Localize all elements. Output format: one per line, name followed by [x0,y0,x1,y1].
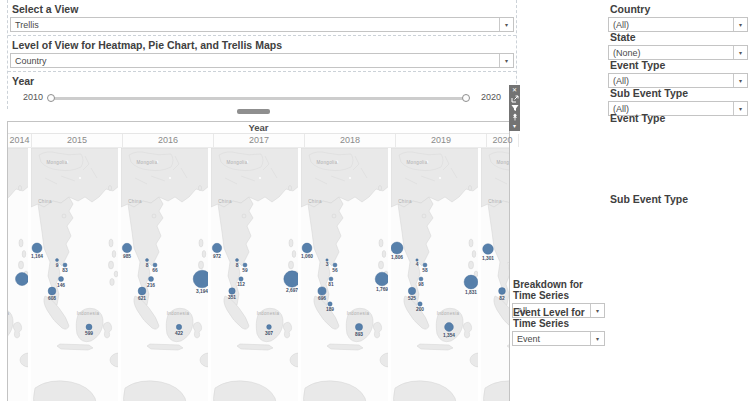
event-level-dropdown-button[interactable]: ▾ [590,332,604,345]
trellis-panel-2016[interactable]: Mongolia China Indonesia 9858662166213,1… [121,148,208,401]
trellis-panels: Mongolia China Indonesia [8,148,509,401]
map-label-mongolia: Mongolia [46,160,67,165]
trellis-top-scrollbar-thumb[interactable] [237,109,270,114]
bubble-label-cambodia-2019: 98 [418,282,424,287]
bubble-label-malaysia-2019: 200 [416,307,424,312]
bubble-thailand-2020[interactable] [499,288,506,295]
year-slider-track[interactable] [51,97,466,100]
bubble-vietnam-2018[interactable] [333,263,337,267]
country-filter: Country (All) ▾ [608,2,748,32]
dashboard: Select a View Trellis ▾ Level of View fo… [0,0,752,401]
bubble-myanmar-2019[interactable] [391,242,403,254]
bubble-malaysia-2019[interactable] [418,302,422,306]
select-view-dropdown[interactable]: Trellis ▾ [10,17,514,32]
year-header-2017: 2017 [214,134,305,147]
map-label-mongolia: Mongolia [406,160,427,165]
more-options-icon[interactable]: ▾ [510,122,519,130]
year-header-2014: 2014 [8,134,32,147]
bubble-laos-2017[interactable] [236,259,239,262]
level-of-view-dropdown[interactable]: Country ▾ [10,53,514,68]
bubble-label-vietnam-2017: 59 [242,268,248,273]
bubble-label-myanmar-2016: 985 [123,254,131,259]
filter-icon[interactable] [510,104,519,112]
bubble-vietnam-2015[interactable] [63,263,67,267]
bubble-philippines-2017[interactable] [284,271,298,287]
bubble-myanmar-2016[interactable] [122,243,131,252]
bubble-thailand-2015[interactable] [48,287,56,295]
trellis-panel-2020[interactable]: Mongolia China Indonesia 1,30182 [481,148,509,401]
bubble-philippines-2018[interactable] [375,272,388,286]
bubble-vietnam-2019[interactable] [423,263,427,267]
select-view-label: Select a View [10,2,514,17]
bubble-indonesia-2019[interactable] [445,323,454,332]
trellis-panel-2014[interactable]: Mongolia China Indonesia [8,148,28,401]
select-view-section: Select a View Trellis ▾ [8,0,516,36]
bubble-label-cambodia-2017: 112 [237,282,245,287]
bubble-indonesia-2016[interactable] [176,324,181,329]
level-of-view-dropdown-button[interactable]: ▾ [499,54,513,67]
bubble-myanmar-2017[interactable] [212,243,221,252]
bubble-thailand-2017[interactable] [229,288,235,294]
event-type-filter-label: Event Type [608,58,748,73]
map-label-indonesia: Indonesia [77,311,100,316]
event-type-filter-value: (All) [609,76,733,86]
bubble-label-indonesia-2015: 599 [85,331,93,336]
chevron-down-icon: ▾ [505,22,508,28]
bubble-myanmar-2020[interactable] [483,244,494,255]
bubble-indonesia-2015[interactable] [86,324,92,330]
pin-icon[interactable] [510,113,519,121]
bubble-label-cambodia-2016: 216 [147,283,155,288]
bubble-philippines-2019[interactable] [464,275,478,289]
year-slider-right-handle[interactable] [462,94,470,102]
bubble-myanmar-2015[interactable] [32,243,42,253]
bubble-label-indonesia-2017: 307 [265,331,273,336]
level-of-view-label: Level of View for Heatmap, Pie Chart, an… [10,38,514,53]
bubble-cambodia-2016[interactable] [149,277,154,282]
chevron-down-icon: ▾ [505,58,508,64]
bubble-philippines-2014[interactable] [16,273,29,286]
bubble-indonesia-2017[interactable] [267,325,272,330]
bubble-laos-2019[interactable] [416,259,418,261]
bubble-cambodia-2017[interactable] [239,277,243,281]
map-label-mongolia: Mongolia [136,160,157,165]
bubble-thailand-2019[interactable] [408,287,415,294]
trellis-panel-2019[interactable]: Mongolia China Indonesia 1,8064589852520… [391,148,478,401]
sub-event-type-filter-dropdown-button[interactable]: ▾ [733,102,747,115]
bubble-cambodia-2018[interactable] [329,277,333,281]
breakdown-label: Breakdown for Time Series [512,278,605,303]
bubble-vietnam-2016[interactable] [153,263,157,267]
trellis-map: Year 2014201520162017201820192020 [7,121,510,401]
bubble-laos-2016[interactable] [146,259,149,262]
bubble-laos-2015[interactable] [56,259,59,262]
bubble-label-vietnam-2015: 83 [62,268,68,273]
year-header-2018: 2018 [305,134,396,147]
bubble-label-vietnam-2016: 66 [152,268,158,273]
event-level-for-time-series: Event Level for Time Series Event ▾ [512,306,605,346]
year-slider-left-handle[interactable] [47,94,55,102]
event-type-legend-title: Event Type [610,112,665,124]
trellis-panel-2018[interactable]: Mongolia China Indonesia 1,0603568169618… [301,148,388,401]
map-label-china: China [488,199,502,204]
bubble-laos-2018[interactable] [326,259,328,261]
bubble-cambodia-2019[interactable] [419,277,423,281]
select-view-value: Trellis [11,20,499,30]
bubble-thailand-2016[interactable] [138,287,146,295]
map-label-china: China [38,199,52,204]
bubble-myanmar-2018[interactable] [302,243,312,253]
go-to-sheet-icon[interactable] [510,95,519,103]
event-level-dropdown[interactable]: Event ▾ [512,331,605,346]
bubble-thailand-2018[interactable] [318,287,326,295]
bubble-malaysia-2018[interactable] [328,302,332,306]
map-label-indonesia: Indonesia [8,311,9,316]
bubble-indonesia-2018[interactable] [355,323,362,330]
bubble-label-laos-2019: 4 [416,262,419,267]
trellis-panel-2017[interactable]: Mongolia China Indonesia 9728591123512,6… [211,148,298,401]
select-view-dropdown-button[interactable]: ▾ [499,18,513,31]
year-header-row: 2014201520162017201820192020 [8,134,509,148]
bubble-cambodia-2015[interactable] [59,277,64,282]
close-icon[interactable]: ✕ [510,86,519,94]
bubble-label-thailand-2016: 621 [138,296,146,301]
map-label-mongolia: Mongolia [496,160,509,165]
trellis-panel-2015[interactable]: Mongolia China Indonesia 1,1649831466085… [31,148,118,401]
bubble-vietnam-2017[interactable] [243,263,247,267]
